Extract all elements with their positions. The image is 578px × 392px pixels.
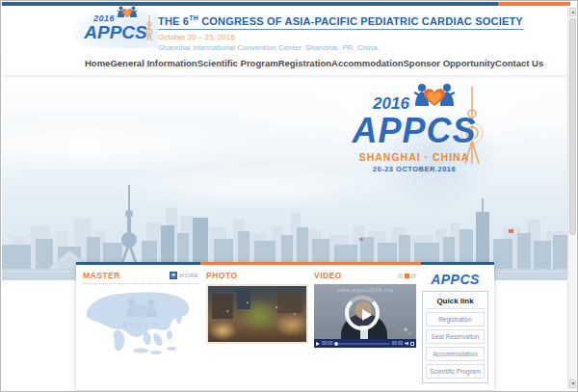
volume-icon[interactable] [405,342,408,346]
quick-link-title: Quick link [426,295,485,309]
pager-dot[interactable] [411,274,416,278]
asia-map[interactable]: APPCS [83,287,198,356]
progress-handle[interactable] [334,342,338,346]
nav-item-home[interactable]: Home [85,58,110,68]
site-title: THE 6TH CONGRESS OF ASIA-PACIFIC PEDIATR… [158,14,523,30]
video-title: VIDEO [314,271,342,280]
nav-item-general-information[interactable]: General Information [110,58,197,68]
pager-dot[interactable] [398,274,403,278]
video-player[interactable]: www.appcs2016.org 00:00 00:00 [314,284,416,348]
nav-item-scientific-program[interactable]: Scientific Program [197,58,278,68]
browser-page: 2016 APPCS [0,0,578,392]
fullscreen-icon[interactable] [410,342,414,346]
site-header: 2016 APPCS [2,6,569,50]
video-controls: 00:00 00:00 [314,339,416,348]
plus-icon: + [170,272,177,279]
people-heart-icon [413,83,456,114]
congress-dates: October 20 – 23, 2016 [158,33,543,41]
pearl-tower-icon [144,15,154,46]
nav-item-sponsor-opportunity[interactable]: Sponsor Opportunity [404,58,496,68]
svg-text:APPCS: APPCS [122,322,160,328]
quick-link-scientific-program[interactable]: Scientific Program [426,364,485,379]
video-time-total: 00:00 [392,341,403,346]
map-watermark-logo: APPCS [83,297,198,335]
vertical-scrollbar[interactable] [567,7,576,389]
photo-section: PHOTO [206,270,314,383]
control-play-icon[interactable] [316,342,320,346]
play-button[interactable] [345,296,380,330]
master-section: MASTER + MORE [83,270,206,383]
main-nav: Home General Information Scientific Prog… [2,50,569,75]
scroll-down-button[interactable] [569,379,576,388]
people-heart-icon [117,6,138,23]
sidebar-logo: APPCS [422,270,488,291]
scrollbar-thumb[interactable] [569,18,576,235]
divider [83,283,198,284]
nav-item-registration[interactable]: Registration [278,58,331,68]
pager-dot-active[interactable] [405,274,409,278]
hero-logo-name: APPCS [332,114,496,148]
video-progress-bar[interactable] [334,343,389,345]
video-pager [398,274,416,278]
site-logo[interactable]: 2016 APPCS [73,8,158,48]
photo-thumbnail[interactable] [206,284,308,344]
hero-dates: 20-23 OCTOBER.2016 [332,165,496,173]
play-icon [362,309,372,321]
quick-link-registration[interactable]: Registration [426,312,485,327]
hero-logo: 2016 APPCS SHANGHAI · CHINA 20- [332,83,496,173]
content-panel: MASTER + MORE [76,262,494,390]
flowers-decoration [393,326,414,339]
scroll-up-button[interactable] [569,8,576,16]
photo-title: PHOTO [206,271,238,280]
video-section: VIDEO www.appcs2016.org [314,270,422,383]
nav-item-contact-us[interactable]: Contact Us [495,58,543,68]
nav-item-accommodation[interactable]: Accommodation [331,58,403,68]
quick-link-accommodation[interactable]: Accommodation [426,347,485,361]
master-title: MASTER [83,271,120,280]
panel-accent-border [76,262,494,265]
quick-link-sidebar: APPCS Quick link Registration Seat Reser… [422,270,488,383]
hero-banner: 2016 APPCS SHANGHAI · CHINA 20- [2,75,569,280]
video-overlay-url: www.appcs2016.org [314,287,416,293]
master-more-button[interactable]: + MORE [170,272,198,279]
video-time-current: 00:00 [322,341,332,346]
quick-link-box: Quick link Registration Seat Reservation… [422,291,488,383]
quick-link-seat-reservation[interactable]: Seat Reservation [426,329,485,344]
hero-location: SHANGHAI · CHINA [332,151,496,163]
